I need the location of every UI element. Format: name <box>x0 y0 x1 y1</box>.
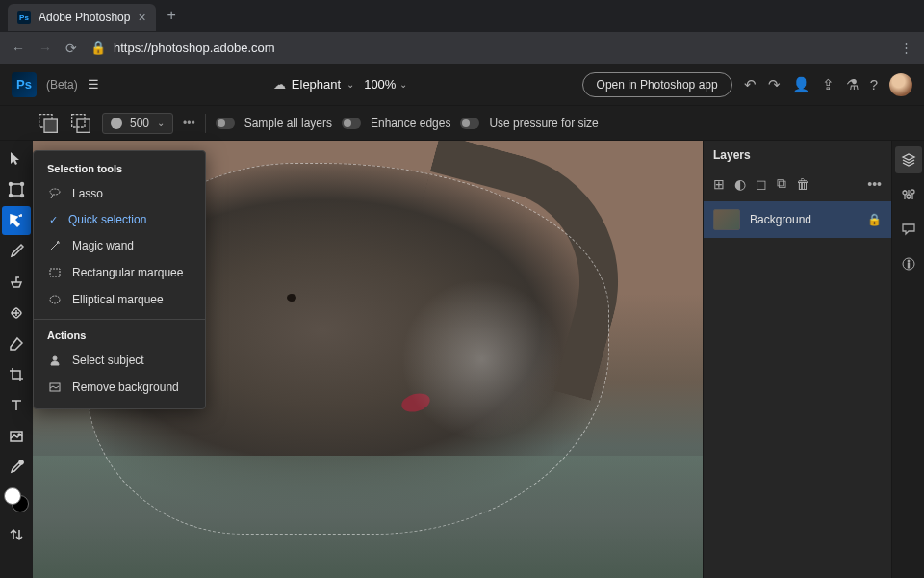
flyout-label: Remove background <box>72 381 179 394</box>
svg-point-27 <box>53 356 57 360</box>
browser-menu-icon[interactable]: ⋮ <box>900 40 912 55</box>
brush-tool[interactable] <box>2 237 31 266</box>
flyout-item-lasso[interactable]: Lasso <box>34 180 205 207</box>
main-workspace: Layers ⊞ ◐ ◻ ⧉ 🗑 ••• Background 🔒 <box>0 141 924 578</box>
svg-rect-25 <box>50 269 60 276</box>
flyout-separator <box>34 319 205 320</box>
enhance-edges-toggle[interactable] <box>342 118 361 129</box>
cloud-icon: ☁ <box>273 77 286 92</box>
remove-bg-icon <box>47 380 63 395</box>
flyout-label: Elliptical marquee <box>72 293 164 306</box>
lock-icon[interactable]: 🔒 <box>867 213 882 226</box>
svg-rect-4 <box>11 184 22 196</box>
subtract-selection-icon[interactable] <box>69 112 92 135</box>
help-icon[interactable]: ? <box>870 76 878 92</box>
tab-bar: Ps Adobe Photoshop × + <box>0 0 924 31</box>
comments-rail-icon[interactable] <box>895 216 922 243</box>
eraser-tool[interactable] <box>2 329 31 358</box>
beaker-icon[interactable]: ⚗ <box>846 76 859 93</box>
ellipse-marquee-icon <box>47 292 63 307</box>
zoom-dropdown[interactable]: 100% ⌄ <box>364 77 407 92</box>
water-splash <box>381 272 582 447</box>
flyout-item-remove-bg[interactable]: Remove background <box>34 374 205 401</box>
add-adjustment-icon[interactable]: ◐ <box>734 176 746 192</box>
share-icon[interactable]: ⇪ <box>822 76 834 93</box>
lock-icon: 🔒 <box>90 40 106 55</box>
flyout-item-ellip-marquee[interactable]: Elliptical marquee <box>34 286 205 313</box>
lasso-icon <box>47 186 63 201</box>
browser-chrome: Ps Adobe Photoshop × + ← → ⟳ 🔒 https://p… <box>0 0 924 64</box>
ps-logo-icon[interactable]: Ps <box>12 72 37 97</box>
flyout-item-rect-marquee[interactable]: Rectangular marquee <box>34 259 205 286</box>
url-text: https://photoshop.adobe.com <box>114 40 275 55</box>
layer-actions: ⊞ ◐ ◻ ⧉ 🗑 ••• <box>704 170 891 201</box>
reload-icon[interactable]: ⟳ <box>65 40 77 56</box>
forward-icon[interactable]: → <box>38 40 52 56</box>
hamburger-menu-icon[interactable]: ☰ <box>88 77 99 92</box>
color-swatches[interactable] <box>4 487 29 512</box>
transform-tool[interactable] <box>2 175 31 204</box>
foreground-color-swatch[interactable] <box>4 487 21 505</box>
svg-point-20 <box>911 190 914 194</box>
undo-icon[interactable]: ↶ <box>744 76 757 93</box>
document-name-dropdown[interactable]: ☁ Elephant ⌄ <box>273 77 354 92</box>
flyout-section-tools: Selection tools <box>34 159 205 180</box>
pressure-size-toggle[interactable] <box>460 118 479 129</box>
tab-title: Adobe Photoshop <box>38 11 130 24</box>
layers-rail-icon[interactable] <box>895 146 922 173</box>
svg-point-18 <box>907 195 911 198</box>
delete-layer-icon[interactable]: 🗑 <box>796 176 809 192</box>
url-field[interactable]: 🔒 https://photoshop.adobe.com <box>90 40 886 55</box>
chevron-down-icon: ⌄ <box>399 79 407 90</box>
svg-point-26 <box>50 296 60 303</box>
checkmark-icon: ✓ <box>47 214 59 226</box>
brush-preview-icon <box>111 118 122 129</box>
eyedropper-tool[interactable] <box>2 453 31 482</box>
flyout-item-quick-selection[interactable]: ✓ Quick selection <box>34 207 205 232</box>
address-bar: ← → ⟳ 🔒 https://photoshop.adobe.com ⋮ <box>0 31 924 64</box>
svg-point-14 <box>19 460 23 464</box>
info-rail-icon[interactable] <box>895 250 922 277</box>
brush-size-dropdown[interactable]: 500 ⌄ <box>102 113 173 134</box>
favicon-ps-icon: Ps <box>17 11 31 24</box>
swap-colors-tool[interactable] <box>2 520 31 549</box>
move-tool[interactable] <box>2 144 31 173</box>
new-selection-icon[interactable] <box>37 112 60 135</box>
svg-point-22 <box>908 260 910 262</box>
flyout-label: Lasso <box>72 187 103 200</box>
sample-all-label: Sample all layers <box>244 117 332 130</box>
document-name-label: Elephant <box>292 77 341 92</box>
open-in-app-button[interactable]: Open in Photoshop app <box>582 72 732 97</box>
more-options-icon[interactable]: ••• <box>183 117 195 130</box>
layer-thumbnail <box>713 209 740 230</box>
flyout-label: Rectangular marquee <box>72 266 183 279</box>
svg-rect-1 <box>44 119 57 132</box>
flyout-label: Select subject <box>72 354 144 367</box>
place-image-tool[interactable] <box>2 422 31 451</box>
browser-tab[interactable]: Ps Adobe Photoshop × <box>8 4 156 31</box>
add-mask-icon[interactable]: ◻ <box>756 176 767 192</box>
sample-all-layers-toggle[interactable] <box>216 118 235 129</box>
user-avatar[interactable] <box>889 73 912 96</box>
flyout-item-select-subject[interactable]: Select subject <box>34 347 205 374</box>
close-tab-icon[interactable]: × <box>138 10 145 25</box>
add-layer-icon[interactable]: ⊞ <box>713 176 725 192</box>
magic-wand-icon <box>47 238 63 253</box>
svg-rect-3 <box>77 119 90 132</box>
invite-icon[interactable]: 👤 <box>792 76 810 93</box>
crop-tool[interactable] <box>2 360 31 389</box>
layer-row-background[interactable]: Background 🔒 <box>704 201 891 238</box>
redo-icon[interactable]: ↷ <box>768 76 781 93</box>
properties-rail-icon[interactable] <box>895 181 922 208</box>
quick-selection-tool[interactable] <box>2 206 31 235</box>
flyout-label: Quick selection <box>68 213 146 226</box>
back-icon[interactable]: ← <box>12 40 25 56</box>
type-tool[interactable] <box>2 391 31 420</box>
clone-stamp-tool[interactable] <box>2 268 31 297</box>
flyout-item-magic-wand[interactable]: Magic wand <box>34 232 205 259</box>
divider <box>205 114 206 133</box>
new-tab-button[interactable]: + <box>160 3 184 28</box>
smart-object-icon[interactable]: ⧉ <box>777 175 786 192</box>
spot-heal-tool[interactable] <box>2 299 31 328</box>
layer-more-icon[interactable]: ••• <box>867 176 882 192</box>
